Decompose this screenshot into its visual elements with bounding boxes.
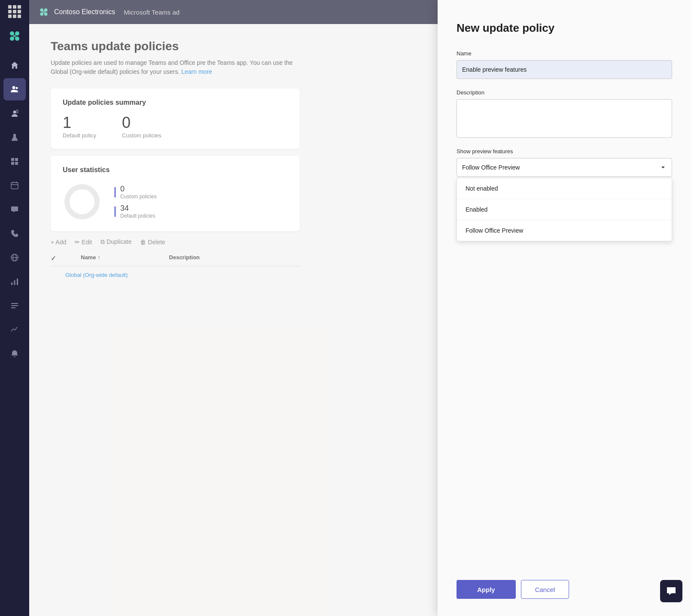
svg-rect-24: [11, 303, 18, 304]
nav-item-users[interactable]: [3, 78, 26, 100]
svg-point-7: [16, 87, 18, 89]
svg-rect-14: [11, 182, 18, 189]
nav-logo: [7, 28, 22, 46]
nav-item-contacts[interactable]: [3, 102, 26, 124]
name-field-label: Name: [457, 50, 672, 57]
svg-rect-11: [15, 158, 18, 161]
name-input[interactable]: [457, 60, 672, 79]
dropdown-selected-value: Follow Office Preview: [462, 164, 520, 171]
apply-button[interactable]: Apply: [457, 580, 516, 599]
nav-item-apps[interactable]: [3, 150, 26, 173]
nav-item-chat[interactable]: [3, 198, 26, 221]
nav-item-list[interactable]: [3, 294, 26, 317]
svg-rect-12: [11, 162, 14, 165]
nav-item-flask[interactable]: [3, 126, 26, 149]
nav-item-bell[interactable]: [3, 343, 26, 365]
show-preview-dropdown-container: Follow Office Preview Not enabled Enable…: [457, 158, 672, 177]
nav-item-report[interactable]: [3, 270, 26, 293]
nav-item-analytics[interactable]: [3, 319, 26, 341]
svg-rect-26: [11, 307, 15, 308]
description-textarea[interactable]: [457, 99, 672, 138]
option-not-enabled[interactable]: Not enabled: [457, 178, 672, 199]
show-preview-dropdown[interactable]: Follow Office Preview: [457, 158, 672, 177]
svg-rect-13: [15, 162, 18, 165]
svg-point-6: [12, 86, 15, 89]
svg-rect-22: [14, 280, 15, 285]
nav-item-phone[interactable]: [3, 222, 26, 245]
option-follow-office-preview[interactable]: Follow Office Preview: [457, 220, 672, 241]
nav-item-home[interactable]: [3, 54, 26, 76]
option-enabled[interactable]: Enabled: [457, 199, 672, 220]
svg-rect-23: [17, 279, 18, 285]
svg-rect-25: [11, 305, 18, 306]
svg-point-8: [13, 111, 16, 114]
dropdown-menu: Not enabled Enabled Follow Office Previe…: [457, 178, 672, 241]
nav-grid-icon[interactable]: [8, 5, 21, 18]
svg-rect-10: [11, 158, 14, 161]
panel-footer: Apply Cancel: [457, 563, 672, 599]
chat-support-button[interactable]: [660, 580, 682, 602]
nav-item-calendar[interactable]: [3, 174, 26, 197]
nav-item-globe[interactable]: [3, 246, 26, 269]
svg-rect-21: [11, 282, 12, 285]
overlay: [29, 0, 438, 616]
main-area: Contoso Electronics Microsoft Teams ad T…: [29, 0, 691, 616]
description-field-label: Description: [457, 89, 672, 96]
show-preview-label: Show preview features: [457, 148, 672, 155]
svg-rect-9: [16, 110, 18, 113]
panel-title: New update policy: [457, 21, 672, 35]
cancel-button[interactable]: Cancel: [521, 580, 569, 599]
nav-bar: [0, 0, 29, 616]
new-update-policy-panel: New update policy Name Description Show …: [438, 0, 691, 616]
